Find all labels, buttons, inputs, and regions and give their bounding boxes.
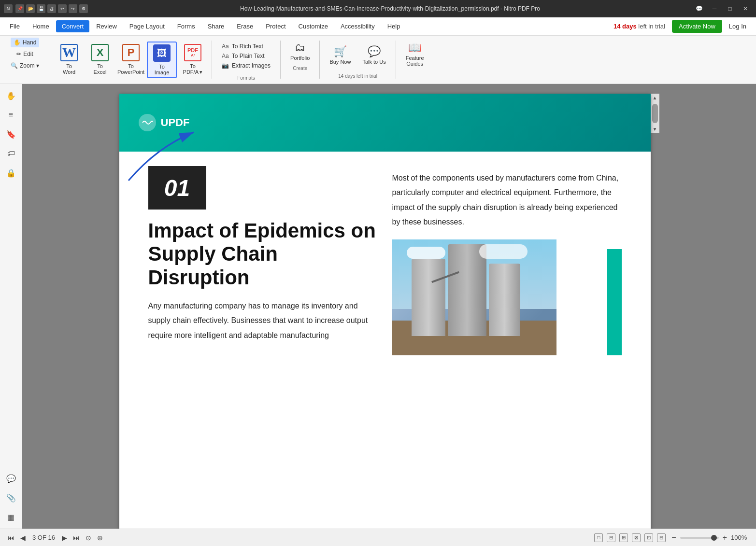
- menu-file[interactable]: File: [4, 20, 26, 32]
- buy-now-button[interactable]: 🛒 Buy Now: [326, 43, 355, 67]
- to-powerpoint-button[interactable]: P To PowerPoint: [116, 42, 146, 77]
- sidebar-attach-icon[interactable]: 📎: [3, 490, 19, 505]
- pencil-icon: ✏: [16, 51, 21, 57]
- first-page-button[interactable]: ⏮: [6, 533, 16, 543]
- sidebar-hand-icon[interactable]: ✋: [3, 88, 19, 103]
- talk-icon: 💬: [368, 45, 381, 58]
- hand-tool-button[interactable]: ✋ Hand: [11, 38, 40, 47]
- quick-access-icon[interactable]: ⚙: [79, 4, 88, 13]
- open-icon[interactable]: 📂: [26, 4, 35, 13]
- zoom-out-button[interactable]: −: [670, 533, 678, 542]
- maximize-button[interactable]: □: [723, 4, 737, 14]
- menu-protect[interactable]: Protect: [260, 20, 291, 32]
- view-mode-spread-icon[interactable]: ⊠: [632, 533, 641, 542]
- app-icon: N: [4, 4, 13, 13]
- pdf-banner: UPDF: [119, 94, 651, 152]
- redo-icon[interactable]: ↪: [69, 4, 77, 13]
- menu-review[interactable]: Review: [90, 20, 123, 32]
- fit-width-button[interactable]: ⊕: [95, 533, 105, 543]
- scroll-up-button[interactable]: ▲: [651, 94, 659, 102]
- pdf-body-text: Any manufacturing company has to manage …: [148, 299, 378, 343]
- to-pdfa-button[interactable]: PDF A/ To PDF/A ▾: [178, 42, 208, 78]
- to-excel-button[interactable]: X To Excel: [85, 42, 115, 77]
- last-page-button[interactable]: ⏭: [71, 533, 82, 543]
- status-left: ⏮ ◀ 3 OF 16 ▶ ⏭ ⊙ ⊕: [6, 533, 105, 543]
- zoom-control: − + 100%: [670, 533, 750, 542]
- left-sidebar: ✋ ≡ 🔖 🏷 🔒 💬 📎 ▦: [0, 84, 22, 529]
- view-mode-two-icon[interactable]: ⊞: [619, 533, 628, 542]
- content-area: UPDF 01 Impact of Epidemics on Supply Ch…: [22, 84, 756, 529]
- talk-to-us-button[interactable]: 💬 Talk to Us: [358, 43, 389, 67]
- prev-page-button[interactable]: ◀: [18, 533, 28, 543]
- menu-bar: File Home Convert Review Page Layout For…: [0, 17, 756, 36]
- feature-guides-button[interactable]: 📖 Feature Guides: [402, 40, 428, 69]
- zoom-icon: 🔍: [11, 62, 18, 69]
- hand-icon: ✋: [14, 39, 21, 46]
- sidebar-layers-icon[interactable]: ≡: [3, 107, 19, 123]
- sidebar-lock-icon[interactable]: 🔒: [3, 165, 19, 181]
- extract-images-button[interactable]: 📷 Extract Images: [218, 61, 274, 70]
- view-mode-scroll-icon[interactable]: ⊟: [607, 533, 615, 542]
- edit-tool-button[interactable]: ✏ Edit: [14, 49, 36, 59]
- print-icon[interactable]: 🖨: [47, 4, 56, 13]
- login-button[interactable]: Log In: [723, 20, 752, 32]
- view-mode-single-icon[interactable]: □: [594, 533, 603, 542]
- trial-days-label: 14 days left in trial: [336, 72, 379, 80]
- feature-guides-icon: 📖: [408, 42, 421, 54]
- status-bar: ⏮ ◀ 3 OF 16 ▶ ⏭ ⊙ ⊕ □ ⊟ ⊞ ⊠ ⊡ ⊟ − + 100%: [0, 529, 756, 546]
- minimize-button[interactable]: ─: [708, 4, 721, 14]
- title-bar-icons: 📌 📂 💾 🖨 ↩ ↪ ⚙: [15, 4, 88, 13]
- right-scrollbar[interactable]: ▲ ▼: [651, 94, 659, 133]
- zoom-tool-button[interactable]: 🔍 Zoom ▾: [8, 61, 42, 70]
- menu-convert[interactable]: Convert: [56, 20, 90, 32]
- sidebar-comment-icon[interactable]: 💬: [3, 471, 19, 486]
- to-image-button[interactable]: 🖼 To Image: [147, 42, 177, 78]
- fit-page-button[interactable]: ⊙: [84, 533, 93, 543]
- portfolio-button[interactable]: 🗂 Portfolio: [286, 40, 314, 63]
- activate-now-button[interactable]: Activate Now: [672, 20, 722, 33]
- close-button[interactable]: ✕: [739, 4, 752, 14]
- chat-icon[interactable]: 💬: [692, 4, 706, 14]
- to-rich-text-button[interactable]: Aa To Rich Text: [218, 42, 274, 51]
- window-title: How-Leading-Manufacturers-and-SMEs-Can-I…: [88, 5, 692, 12]
- scroll-thumb[interactable]: [652, 104, 658, 123]
- annotation-icon[interactable]: ⊟: [657, 533, 666, 542]
- minimize-menu-icon[interactable]: 📌: [15, 4, 24, 13]
- formats-label: Formats: [235, 74, 257, 82]
- menu-customize[interactable]: Customize: [293, 20, 334, 32]
- zoom-in-button[interactable]: +: [721, 533, 729, 542]
- divider-3: [280, 41, 281, 79]
- pdf-left-column: 01 Impact of Epidemics on Supply Chain D…: [148, 166, 378, 355]
- menu-page-layout[interactable]: Page Layout: [124, 20, 171, 32]
- divider-5: [396, 41, 396, 79]
- convert-section: W To Word X To Excel P To PowerPoint 🖼 T…: [54, 36, 208, 84]
- pdf-page: UPDF 01 Impact of Epidemics on Supply Ch…: [119, 94, 651, 529]
- zoom-slider-thumb[interactable]: [711, 535, 717, 541]
- pdf-section-title: Impact of Epidemics on Supply Chain Disr…: [148, 219, 378, 289]
- tool-section-left: ✋ Hand ✏ Edit 🔍 Zoom ▾: [4, 36, 46, 84]
- save-icon[interactable]: 💾: [37, 4, 45, 13]
- menu-help[interactable]: Help: [382, 20, 406, 32]
- menu-share[interactable]: Share: [202, 20, 230, 32]
- scroll-down-button[interactable]: ▼: [651, 125, 659, 133]
- sidebar-tag-icon[interactable]: 🏷: [3, 146, 19, 161]
- divider-2: [212, 41, 212, 79]
- next-page-button[interactable]: ▶: [60, 533, 69, 543]
- menu-home[interactable]: Home: [27, 20, 55, 32]
- pdf-image-container: [392, 239, 622, 355]
- zoom-slider[interactable]: [680, 537, 719, 539]
- toolbar: ✋ Hand ✏ Edit 🔍 Zoom ▾ W To Word X To Ex…: [0, 36, 756, 84]
- trial-text: 14 days left in trial: [608, 20, 671, 32]
- sidebar-bookmark-icon[interactable]: 🔖: [3, 126, 19, 142]
- sidebar-pages-icon[interactable]: ▦: [3, 509, 19, 525]
- to-word-button[interactable]: W To Word: [54, 42, 84, 77]
- to-plain-text-button[interactable]: Aa To Plain Text: [218, 52, 274, 60]
- pdf-section-number: 01: [148, 166, 206, 210]
- undo-icon[interactable]: ↩: [58, 4, 67, 13]
- menu-forms[interactable]: Forms: [171, 20, 201, 32]
- pdf-accent-bar: [607, 249, 622, 355]
- title-bar-left: N 📌 📂 💾 🖨 ↩ ↪ ⚙: [4, 4, 88, 13]
- view-mode-fullscreen-icon[interactable]: ⊡: [644, 533, 653, 542]
- menu-erase[interactable]: Erase: [231, 20, 259, 32]
- menu-accessibility[interactable]: Accessibility: [335, 20, 381, 32]
